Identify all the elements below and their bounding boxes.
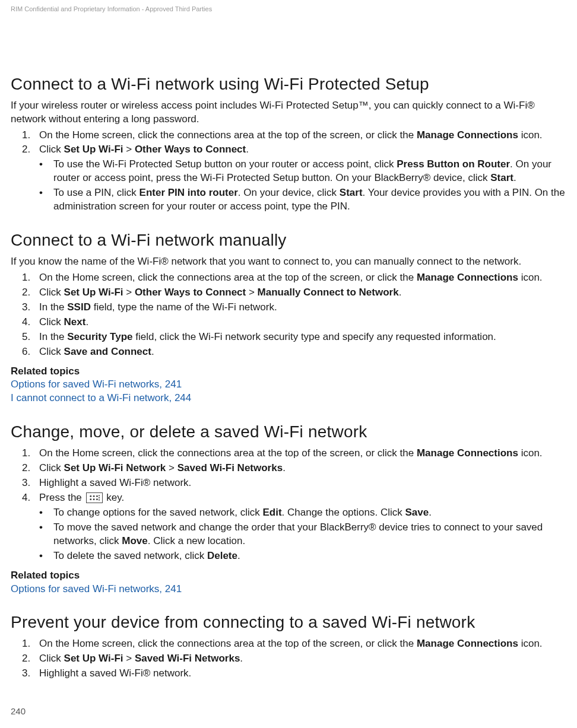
heading-change-saved: Change, move, or delete a saved Wi-Fi ne… — [11, 421, 566, 443]
bold-text: Manage Connections — [417, 447, 518, 459]
heading-wps: Connect to a Wi-Fi network using Wi-Fi P… — [11, 73, 566, 96]
section-manual: Connect to a Wi-Fi network manually If y… — [11, 229, 566, 405]
text: To use a PIN, click — [53, 187, 140, 198]
svg-rect-6 — [99, 495, 100, 497]
text: . — [246, 144, 249, 155]
text: Click — [39, 144, 64, 155]
text: On the Home screen, click the connection… — [39, 447, 417, 459]
bold-text: Other Ways to Connect — [135, 287, 246, 298]
text: In the — [39, 331, 67, 342]
bold-text: Next — [64, 316, 86, 328]
text: key. — [104, 492, 125, 503]
bullet-1: To use the Wi-Fi Protected Setup button … — [39, 158, 566, 185]
intro-manual: If you know the name of the Wi-Fi® netwo… — [11, 255, 566, 269]
bullets-change-saved: To change options for the saved network,… — [39, 506, 566, 563]
svg-point-0 — [90, 495, 91, 497]
section-change-saved: Change, move, or delete a saved Wi-Fi ne… — [11, 421, 566, 596]
related-link-options[interactable]: Options for saved Wi-Fi networks, 241 — [11, 583, 566, 596]
svg-rect-8 — [99, 500, 100, 501]
text: . On your device, click — [238, 187, 340, 198]
bullet-move: To move the saved network and change the… — [39, 521, 566, 548]
bold-text: Enter PIN into router — [140, 187, 238, 198]
step-2: Click Set Up Wi-Fi Network > Saved Wi-Fi… — [33, 462, 566, 475]
step-6: Click Save and Connect. — [33, 345, 566, 359]
text: icon. — [518, 447, 543, 459]
step-1: On the Home screen, click the connection… — [33, 129, 566, 142]
text: field, click the Wi-Fi network security … — [133, 331, 496, 342]
bold-text: Set Up Wi-Fi — [64, 653, 123, 664]
bold-text: Move — [122, 535, 147, 546]
bold-text: Manage Connections — [417, 129, 518, 141]
menu-key-icon — [86, 492, 103, 503]
text: Press the — [39, 492, 85, 503]
svg-point-3 — [93, 499, 94, 501]
bold-text: Delete — [207, 550, 237, 561]
bold-text: Manage Connections — [417, 638, 518, 649]
svg-rect-7 — [99, 498, 100, 499]
bold-text: Set Up Wi-Fi — [64, 144, 123, 155]
heading-prevent: Prevent your device from connecting to a… — [11, 611, 566, 634]
steps-manual: On the Home screen, click the connection… — [24, 271, 566, 359]
heading-manual: Connect to a Wi-Fi network manually — [11, 229, 566, 252]
related-heading: Related topics — [11, 365, 566, 379]
header-confidential: RIM Confidential and Proprietary Informa… — [11, 5, 566, 14]
intro-wps: If your wireless router or wireless acce… — [11, 99, 566, 126]
related-heading: Related topics — [11, 569, 566, 583]
bold-text: Saved Wi-Fi Networks — [177, 462, 283, 473]
svg-point-1 — [93, 495, 94, 497]
related-link-cannot-connect[interactable]: I cannot connect to a Wi-Fi network, 244 — [11, 392, 566, 405]
svg-point-5 — [96, 499, 98, 501]
text: . — [399, 287, 402, 298]
bold-text: SSID — [67, 301, 91, 313]
text: icon. — [518, 272, 543, 283]
step-1: On the Home screen, click the connection… — [33, 637, 566, 651]
text: > — [123, 144, 135, 155]
bold-text: Save and Connect — [64, 346, 151, 357]
bullet-delete: To delete the saved network, click Delet… — [39, 549, 566, 563]
bullet-2: To use a PIN, click Enter PIN into route… — [39, 186, 566, 214]
text: . — [240, 653, 243, 664]
bold-text: Set Up Wi-Fi — [64, 287, 123, 298]
bold-text: Security Type — [67, 331, 132, 342]
text: . — [513, 172, 516, 183]
step-5: In the Security Type field, click the Wi… — [33, 330, 566, 344]
text: Click — [39, 462, 64, 473]
text: . — [151, 346, 154, 357]
step-2: Click Set Up Wi-Fi > Saved Wi-Fi Network… — [33, 652, 566, 666]
text: Click — [39, 316, 64, 328]
bold-text: Start — [340, 187, 363, 198]
bullets-wps: To use the Wi-Fi Protected Setup button … — [39, 158, 566, 214]
bold-text: Manually Connect to Network — [258, 287, 399, 298]
section-prevent: Prevent your device from connecting to a… — [11, 611, 566, 681]
text: icon. — [518, 638, 543, 649]
bold-text: Saved Wi-Fi Networks — [135, 653, 240, 664]
text: In the — [39, 301, 67, 313]
related-link-options[interactable]: Options for saved Wi-Fi networks, 241 — [11, 378, 566, 392]
bold-text: Other Ways to Connect — [135, 144, 246, 155]
section-wps: Connect to a Wi-Fi network using Wi-Fi P… — [11, 73, 566, 214]
step-3: Highlight a saved Wi-Fi® network. — [33, 667, 566, 681]
text: Click — [39, 346, 64, 357]
bullet-edit: To change options for the saved network,… — [39, 506, 566, 520]
bold-text: Manage Connections — [417, 272, 518, 283]
text: > — [123, 653, 135, 664]
text: To change options for the saved network,… — [53, 507, 262, 518]
text: On the Home screen, click the connection… — [39, 129, 417, 141]
text: field, type the name of the Wi-Fi networ… — [91, 301, 277, 313]
text: Click — [39, 287, 64, 298]
text: > — [166, 462, 177, 473]
bold-text: Start — [490, 172, 513, 183]
svg-point-4 — [96, 495, 98, 497]
text: . — [85, 316, 88, 328]
step-4: Click Next. — [33, 316, 566, 329]
step-1: On the Home screen, click the connection… — [33, 271, 566, 285]
bold-text: Save — [405, 507, 429, 518]
text: To delete the saved network, click — [53, 550, 207, 561]
svg-point-2 — [90, 499, 91, 501]
text: To use the Wi-Fi Protected Setup button … — [53, 158, 397, 170]
step-2: Click Set Up Wi-Fi > Other Ways to Conne… — [33, 143, 566, 157]
text: > — [123, 287, 135, 298]
text: Click — [39, 653, 64, 664]
text: . — [237, 550, 240, 561]
bold-text: Edit — [262, 507, 281, 518]
